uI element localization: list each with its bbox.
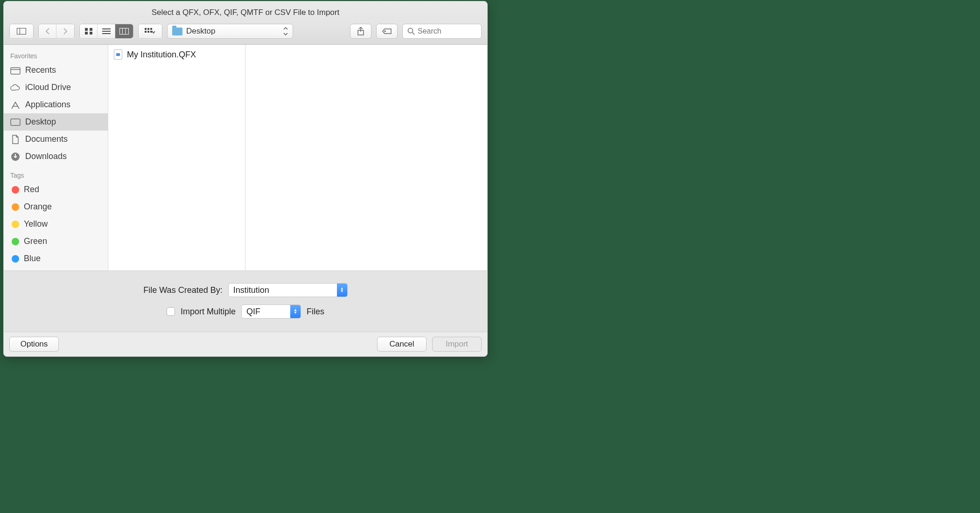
sidebar-header-tags: Tags <box>4 170 108 181</box>
location-label: Desktop <box>186 27 215 36</box>
sidebar-item-applications[interactable]: Applications <box>4 96 108 113</box>
applications-icon <box>10 100 21 110</box>
sidebar-tag-orange[interactable]: Orange <box>4 198 108 215</box>
svg-point-20 <box>385 31 385 32</box>
sidebar-item-label: Recents <box>25 65 56 75</box>
svg-rect-23 <box>11 68 20 74</box>
file-column: My Institution.QFX <box>108 45 245 270</box>
sidebar-item-label: Desktop <box>25 117 56 127</box>
toolbar: Desktop <box>4 24 487 45</box>
import-options-panel: File Was Created By: Institution ▲▼ Impo… <box>4 270 487 332</box>
svg-line-22 <box>413 33 414 35</box>
created-by-label: File Was Created By: <box>143 285 222 295</box>
import-multiple-label: Import Multiple <box>181 307 236 317</box>
sidebar-item-label: Blue <box>24 254 41 263</box>
tag-dot-icon <box>12 255 19 263</box>
view-icons-button[interactable] <box>80 24 98 38</box>
svg-rect-13 <box>147 28 149 30</box>
import-file-dialog: Select a QFX, OFX, QIF, QMTF or CSV File… <box>3 1 488 357</box>
back-button[interactable] <box>39 24 56 38</box>
recents-icon <box>10 66 21 75</box>
sidebar-tag-green[interactable]: Green <box>4 233 108 250</box>
select-arrows-icon: ▲▼ <box>290 305 301 318</box>
sidebar-item-label: Applications <box>25 100 70 110</box>
svg-rect-16 <box>147 31 149 33</box>
file-row[interactable]: My Institution.QFX <box>108 48 245 62</box>
select-arrows-icon: ▲▼ <box>337 284 347 297</box>
tag-dot-icon <box>12 238 19 245</box>
sidebar-item-label: Red <box>24 185 39 194</box>
sidebar-item-documents[interactable]: Documents <box>4 131 108 148</box>
svg-rect-15 <box>145 31 147 33</box>
import-button[interactable]: Import <box>432 337 482 352</box>
desktop-icon <box>10 118 21 127</box>
tag-dot-icon <box>12 203 19 211</box>
svg-rect-26 <box>11 119 20 125</box>
svg-point-21 <box>408 28 413 33</box>
dialog-footer: Options Cancel Import <box>4 332 487 356</box>
tags-button[interactable] <box>376 24 398 39</box>
forward-button[interactable] <box>56 24 74 38</box>
created-by-select[interactable]: Institution ▲▼ <box>228 283 348 297</box>
folder-icon <box>172 28 182 35</box>
created-by-value: Institution <box>233 285 333 295</box>
file-browser: Favorites Recents iCloud Drive Applicati… <box>4 45 487 270</box>
tag-dot-icon <box>12 221 19 228</box>
documents-icon <box>10 135 21 144</box>
format-value: QIF <box>246 307 287 317</box>
options-button[interactable]: Options <box>9 337 59 352</box>
svg-rect-4 <box>85 32 88 35</box>
sidebar-item-label: Green <box>24 236 47 246</box>
view-columns-button[interactable] <box>115 24 133 38</box>
view-arrange-button[interactable] <box>139 24 162 38</box>
search-input[interactable] <box>418 27 488 35</box>
svg-rect-5 <box>90 32 92 35</box>
svg-rect-14 <box>150 28 152 30</box>
cloud-icon <box>10 83 21 92</box>
sidebar-item-label: Orange <box>24 202 52 212</box>
sidebar-item-icloud[interactable]: iCloud Drive <box>4 79 108 96</box>
search-field[interactable] <box>402 24 482 39</box>
sidebar-tag-yellow[interactable]: Yellow <box>4 215 108 233</box>
sidebar-tag-blue[interactable]: Blue <box>4 250 108 267</box>
sidebar-header-favorites: Favorites <box>4 50 108 62</box>
file-icon <box>114 49 122 60</box>
sidebar-item-label: Downloads <box>25 152 67 161</box>
svg-rect-9 <box>120 28 129 35</box>
files-suffix-label: Files <box>307 307 324 317</box>
sidebar: Favorites Recents iCloud Drive Applicati… <box>4 45 108 270</box>
dialog-title: Select a QFX, OFX, QIF, QMTF or CSV File… <box>4 1 487 24</box>
svg-rect-12 <box>145 28 147 30</box>
sidebar-item-label: Documents <box>25 134 68 144</box>
view-list-button[interactable] <box>98 24 115 38</box>
file-name: My Institution.QFX <box>127 50 196 60</box>
import-multiple-checkbox[interactable] <box>167 307 175 316</box>
sidebar-tag-red[interactable]: Red <box>4 181 108 198</box>
svg-rect-17 <box>150 31 152 33</box>
sidebar-item-label: iCloud Drive <box>25 83 71 92</box>
format-select[interactable]: QIF ▲▼ <box>241 305 301 319</box>
share-button[interactable] <box>350 24 371 39</box>
sidebar-item-label: Yellow <box>24 219 48 229</box>
preview-column <box>245 45 487 270</box>
tag-dot-icon <box>12 186 19 194</box>
svg-rect-0 <box>17 28 26 35</box>
svg-rect-3 <box>90 28 92 31</box>
sidebar-item-recents[interactable]: Recents <box>4 62 108 79</box>
cancel-button[interactable]: Cancel <box>377 337 427 352</box>
svg-rect-2 <box>85 28 88 31</box>
downloads-icon <box>10 152 21 161</box>
sidebar-toggle-button[interactable] <box>10 24 33 38</box>
location-popup-button[interactable]: Desktop <box>167 24 293 39</box>
sidebar-item-desktop[interactable]: Desktop <box>4 113 108 131</box>
sidebar-item-downloads[interactable]: Downloads <box>4 148 108 165</box>
search-icon <box>407 28 415 35</box>
stepper-icon <box>283 27 289 35</box>
